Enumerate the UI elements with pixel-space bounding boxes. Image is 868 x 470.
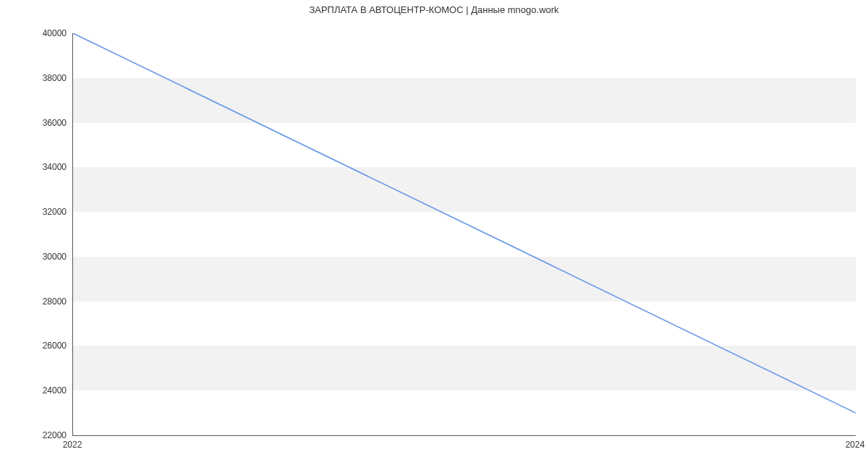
y-tick-label: 30000 [0, 252, 67, 262]
y-tick-label: 26000 [0, 341, 67, 351]
y-tick-label: 40000 [0, 28, 67, 38]
x-tick-label: 2024 [846, 440, 865, 450]
y-tick-label: 38000 [0, 73, 67, 83]
y-tick-label: 34000 [0, 162, 67, 172]
chart-title: ЗАРПЛАТА В АВТОЦЕНТР-КОМОС | Данные mnog… [0, 4, 868, 15]
line-series [73, 33, 856, 435]
y-tick-label: 28000 [0, 296, 67, 307]
y-tick-label: 32000 [0, 207, 67, 217]
x-tick-label: 2022 [63, 440, 82, 450]
plot-area [72, 33, 856, 436]
y-tick-label: 36000 [0, 118, 67, 128]
y-tick-label: 22000 [0, 430, 67, 440]
chart-container: ЗАРПЛАТА В АВТОЦЕНТР-КОМОС | Данные mnog… [0, 0, 868, 470]
y-tick-label: 24000 [0, 385, 67, 396]
